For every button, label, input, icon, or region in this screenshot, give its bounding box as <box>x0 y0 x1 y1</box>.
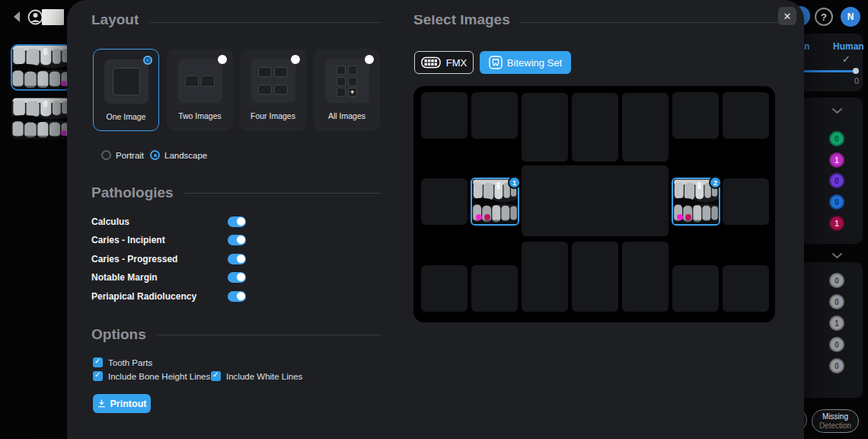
portrait-option[interactable]: Portrait <box>101 150 144 160</box>
image-mount-grid: 1 2 <box>413 86 775 322</box>
selection-order-badge: 2 <box>709 176 722 189</box>
collapse-chevron-2[interactable] <box>831 248 843 262</box>
tooth-parts-checkbox[interactable] <box>93 357 103 367</box>
count-badge-caries-progressed: 0 <box>829 173 844 188</box>
card-radio[interactable] <box>365 55 374 64</box>
mount-cell[interactable] <box>572 242 618 312</box>
slider-value: 0 <box>847 76 859 85</box>
count-badge-gray-2: 0 <box>829 294 844 309</box>
toggle-label: Calculus <box>91 216 129 227</box>
tooth-parts-option[interactable]: Tooth Parts <box>93 357 152 367</box>
help-button[interactable]: ? <box>815 8 833 26</box>
toggle-row-caries-progressed: Caries - Progressed <box>91 253 246 264</box>
mount-cell[interactable] <box>723 265 769 312</box>
patient-name-field[interactable] <box>42 9 64 25</box>
user-avatar[interactable]: N <box>841 7 860 27</box>
layout-title-text: Layout <box>91 15 139 28</box>
white-lines-checkbox[interactable] <box>211 371 221 381</box>
toggle-label: Caries - Incipient <box>91 235 165 245</box>
portrait-radio[interactable] <box>101 150 111 160</box>
mount-cell[interactable] <box>622 93 669 162</box>
mount-cell-selected-2[interactable]: 2 <box>672 178 720 226</box>
mount-cell[interactable] <box>522 93 568 162</box>
back-button[interactable] <box>12 11 21 26</box>
one-image-icon <box>104 59 148 104</box>
printout-button[interactable]: Printout <box>93 394 151 413</box>
toggle-label: Notable Margin <box>91 272 158 283</box>
card-radio-selected[interactable] <box>143 56 152 65</box>
mount-cell[interactable] <box>723 178 769 225</box>
mount-cell[interactable] <box>522 242 568 312</box>
layout-card-two-images[interactable]: Two Images <box>167 49 233 131</box>
bone-height-checkbox[interactable] <box>93 371 103 381</box>
plus-icon: + <box>350 89 354 96</box>
two-images-icon <box>178 59 222 103</box>
toggle-row-notable-margin: Notable Margin <box>91 271 246 283</box>
missing-label: Missing <box>822 412 848 421</box>
count-badge-gray-4: 0 <box>829 337 844 352</box>
layout-card-four-images[interactable]: Four Images <box>240 49 306 131</box>
fmx-label: FMX <box>446 57 467 69</box>
bitewing-set-button[interactable]: Bitewing Set <box>480 51 571 74</box>
xray-thumbnail-2[interactable] <box>11 98 71 139</box>
mount-cell[interactable] <box>723 92 769 139</box>
slider-handle[interactable] <box>853 68 859 74</box>
mount-cell[interactable] <box>672 265 719 312</box>
divider <box>157 335 381 335</box>
landscape-label: Landscape <box>164 151 207 160</box>
mount-cell-selected-1[interactable]: 1 <box>471 178 519 226</box>
card-radio[interactable] <box>218 55 227 64</box>
count-badge-gray-5: 0 <box>829 358 844 373</box>
caries-incipient-toggle[interactable] <box>228 235 246 245</box>
caries-progressed-toggle[interactable] <box>228 254 246 264</box>
mount-cell-wide[interactable] <box>522 165 669 236</box>
printout-label: Printout <box>110 399 147 409</box>
toggle-row-periapical: Periapical Radiolucency <box>91 290 246 302</box>
white-lines-option[interactable]: Include White Lines <box>211 371 302 381</box>
count-badge-notable-margin: 0 <box>829 194 844 210</box>
layout-card-all-images[interactable]: + All Images <box>314 49 380 131</box>
finding-dot-magenta <box>476 214 482 220</box>
calculus-toggle[interactable] <box>228 216 246 227</box>
bone-height-option[interactable]: Include Bone Height Lines <box>93 371 210 381</box>
toggle-row-caries-incipient: Caries - Incipient <box>91 234 246 245</box>
toggle-row-calculus: Calculus <box>91 216 246 227</box>
panel-partial-label: n <box>804 41 809 52</box>
all-images-icon: + <box>325 59 369 103</box>
layout-card-one-image[interactable]: One Image <box>93 49 159 131</box>
collapse-chevron-1[interactable] <box>831 104 843 117</box>
mount-cell[interactable] <box>672 92 719 139</box>
four-images-icon <box>251 59 295 103</box>
human-tab[interactable]: Human <box>833 41 864 52</box>
mount-cell[interactable] <box>471 92 518 139</box>
mount-cell[interactable] <box>471 265 518 312</box>
download-icon <box>97 399 106 408</box>
options-section-title: Options <box>91 326 381 343</box>
card-label: One Image <box>94 112 158 121</box>
mount-cell[interactable] <box>421 178 468 225</box>
patient-avatar-icon[interactable] <box>27 9 43 28</box>
printout-modal: ✕ Layout One Image Two Images <box>67 0 804 439</box>
periapical-toggle[interactable] <box>228 291 246 302</box>
landscape-option[interactable]: Landscape <box>150 150 207 160</box>
avatar-initial: N <box>847 11 854 22</box>
layout-section-title: Layout <box>91 15 381 30</box>
chevron-down-icon <box>831 107 843 114</box>
fmx-button[interactable]: FMX <box>414 51 474 74</box>
mount-cell[interactable] <box>572 93 618 162</box>
mount-cell[interactable] <box>622 242 669 312</box>
missing-detection-button[interactable]: Missing Detection <box>812 409 859 433</box>
count-badge-periapical: 1 <box>829 216 844 231</box>
divider <box>149 22 381 23</box>
toggle-label: Periapical Radiolucency <box>91 291 196 302</box>
pathologies-section-title: Pathologies <box>91 184 381 201</box>
bitewing-set-label: Bitewing Set <box>507 57 562 69</box>
checkbox-label: Include Bone Height Lines <box>108 372 210 381</box>
select-images-section-title: Select Images <box>413 15 788 30</box>
notable-margin-toggle[interactable] <box>228 272 246 283</box>
mount-cell[interactable] <box>421 92 468 139</box>
mount-cell[interactable] <box>421 265 468 312</box>
xray-thumbnail-1[interactable] <box>11 45 71 90</box>
card-radio[interactable] <box>291 55 300 64</box>
landscape-radio[interactable] <box>150 150 160 160</box>
